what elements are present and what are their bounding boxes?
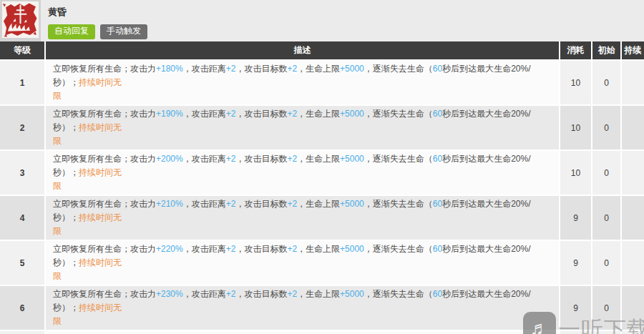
attack-value: +200% <box>156 154 183 164</box>
description-text: ，攻击距离 <box>183 154 226 164</box>
range-value: +2 <box>226 244 236 254</box>
description-text: ，生命上限 <box>297 289 340 299</box>
level-cell: 4 <box>0 196 44 241</box>
description-text: ，逐渐失去生命（ <box>364 289 433 299</box>
duration-infinite-text: 持续时间无 <box>79 122 122 132</box>
hp-value: +5000 <box>340 154 364 164</box>
description-text: ，逐渐失去生命（ <box>364 64 433 74</box>
duration-infinite-text: 持续时间无 <box>79 212 122 222</box>
description-text: ，攻击距离 <box>183 244 226 254</box>
column-header-duration: 持续 <box>620 41 644 61</box>
skill-detail-panel: 黄昏 自动回复手动触发 等级描述消耗初始持续 1立即恢复所有生命；攻击力+180… <box>0 0 644 334</box>
description-cell: 立即恢复所有生命；攻击力+230%，攻击距离+2，攻击目标数+2，生命上限+50… <box>44 286 559 331</box>
description-text: 立即恢复所有生命；攻击力 <box>53 154 156 164</box>
level-cell: 3 <box>0 151 44 196</box>
duration-cell <box>620 61 644 106</box>
targets-value: +2 <box>287 109 297 119</box>
range-value: +2 <box>226 109 236 119</box>
targets-value: +2 <box>287 199 297 209</box>
initial-cell: 0 <box>591 151 620 196</box>
level-cell: 2 <box>0 106 44 151</box>
cost-cell: 9 <box>559 286 591 331</box>
duration-infinite-text: 持续时间无 <box>79 257 122 267</box>
duration-cell <box>620 331 644 334</box>
cost-cell: 10 <box>559 61 591 106</box>
cost-cell: 9 <box>559 241 591 286</box>
table-row: 6立即恢复所有生命；攻击力+230%，攻击距离+2，攻击目标数+2，生命上限+5… <box>0 286 644 331</box>
decay-time-value: 60 <box>433 199 442 209</box>
duration-infinite-text: 持续时间无 <box>79 303 122 313</box>
duration-infinite-text: 限 <box>53 181 62 191</box>
description-text: ，攻击距离 <box>183 64 226 74</box>
duration-infinite-text: 限 <box>53 91 62 101</box>
cost-cell: 9 <box>559 196 591 241</box>
skill-tags: 自动回复手动触发 <box>48 24 147 39</box>
skill-name: 黄昏 <box>48 6 147 19</box>
description-text: ，逐渐失去生命（ <box>364 244 433 254</box>
description-text: ，生命上限 <box>297 109 340 119</box>
range-value: +2 <box>226 289 236 299</box>
auto-recovery-badge: 自动回复 <box>48 24 95 39</box>
column-header-description: 描述 <box>44 41 559 61</box>
initial-cell: 0 <box>591 331 620 334</box>
level-cell: 7 <box>0 331 44 334</box>
initial-cell: 0 <box>591 106 620 151</box>
skill-level-table: 等级描述消耗初始持续 1立即恢复所有生命；攻击力+180%，攻击距离+2，攻击目… <box>0 41 644 334</box>
initial-cell: 0 <box>591 241 620 286</box>
description-cell: 立即恢复所有生命；攻击力+190%，攻击距离+2，攻击目标数+2，生命上限+50… <box>44 106 559 151</box>
attack-value: +230% <box>156 289 183 299</box>
cost-cell: 10 <box>559 151 591 196</box>
description-text: ，攻击目标数 <box>235 289 287 299</box>
description-cell: 立即恢复所有生命；攻击力+220%，攻击距离+2，攻击目标数+2，生命上限+50… <box>44 241 559 286</box>
duration-infinite-text: 限 <box>53 136 62 146</box>
range-value: +2 <box>226 64 236 74</box>
description-text: ，生命上限 <box>297 199 340 209</box>
description-cell: 立即恢复所有生命；攻击力+180%，攻击距离+2，攻击目标数+2，生命上限+50… <box>44 61 559 106</box>
targets-value: +2 <box>287 289 297 299</box>
level-cell: 6 <box>0 286 44 331</box>
description-text: ，攻击目标数 <box>235 154 287 164</box>
dusk-skill-icon <box>2 1 39 38</box>
description-text: ，攻击目标数 <box>235 244 287 254</box>
table-row: 5立即恢复所有生命；攻击力+220%，攻击距离+2，攻击目标数+2，生命上限+5… <box>0 241 644 286</box>
description-text: ，逐渐失去生命（ <box>364 199 433 209</box>
description-text: ，攻击目标数 <box>235 199 287 209</box>
attack-value: +190% <box>156 109 183 119</box>
initial-cell: 0 <box>591 61 620 106</box>
attack-value: +220% <box>156 244 183 254</box>
range-value: +2 <box>226 154 236 164</box>
table-row: 3立即恢复所有生命；攻击力+200%，攻击距离+2，攻击目标数+2，生命上限+5… <box>0 151 644 196</box>
skill-header: 黄昏 自动回复手动触发 <box>0 0 644 41</box>
hp-value: +5000 <box>340 64 364 74</box>
manual-trigger-badge: 手动触发 <box>100 24 147 39</box>
initial-cell: 0 <box>591 286 620 331</box>
description-text: ，攻击距离 <box>183 199 226 209</box>
duration-infinite-text: 限 <box>53 316 62 326</box>
description-text: ，逐渐失去生命（ <box>364 109 433 119</box>
description-cell: 立即恢复所有生命；攻击力+240%，攻击距离+2，攻击目标数+2，生命上限+50… <box>44 331 559 334</box>
description-text: ，攻击距离 <box>183 289 226 299</box>
targets-value: +2 <box>287 64 297 74</box>
duration-cell <box>620 241 644 286</box>
description-text: ，生命上限 <box>297 154 340 164</box>
table-row: 4立即恢复所有生命；攻击力+210%，攻击距离+2，攻击目标数+2，生命上限+5… <box>0 196 644 241</box>
duration-cell <box>620 106 644 151</box>
hp-value: +5000 <box>340 199 364 209</box>
skill-header-text: 黄昏 自动回复手动触发 <box>41 0 147 41</box>
attack-value: +210% <box>156 199 183 209</box>
description-text: 立即恢复所有生命；攻击力 <box>53 244 156 254</box>
table-header-row: 等级描述消耗初始持续 <box>0 41 644 61</box>
decay-time-value: 60 <box>433 244 442 254</box>
description-cell: 立即恢复所有生命；攻击力+210%，攻击距离+2，攻击目标数+2，生命上限+50… <box>44 196 559 241</box>
description-text: 立即恢复所有生命；攻击力 <box>53 109 156 119</box>
description-text: ，逐渐失去生命（ <box>364 154 433 164</box>
decay-time-value: 60 <box>433 289 442 299</box>
column-header-cost: 消耗 <box>559 41 591 61</box>
duration-cell <box>620 196 644 241</box>
duration-infinite-text: 限 <box>53 226 62 236</box>
duration-infinite-text: 持续时间无 <box>79 167 122 177</box>
cost-cell: 8 <box>559 331 591 334</box>
description-text: ，生命上限 <box>297 64 340 74</box>
attack-value: +180% <box>156 64 183 74</box>
level-cell: 5 <box>0 241 44 286</box>
